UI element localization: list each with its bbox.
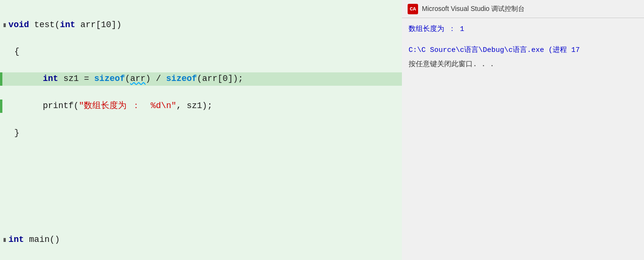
console-output-close: 按任意键关闭此窗口. . . [409, 59, 637, 70]
fold-icon-main[interactable]: ∎ [3, 236, 7, 245]
builtin-sizeof2: sizeof [166, 72, 197, 86]
green-bar [0, 72, 2, 86]
plain-space [29, 19, 34, 32]
code-block-void-test: ∎void test(int arr[10]) { int sz1 = size… [0, 5, 402, 153]
plain-close-brace1: } [14, 127, 20, 140]
console-titlebar: CA Microsoft Visual Studio 调试控制台 [402, 0, 644, 18]
fn-test: test [34, 19, 55, 32]
code-block-int-main: ∎int main() { int arr[10] = { 1,2,3,4,5,… [0, 220, 402, 260]
plain-main [24, 233, 29, 247]
builtin-sizeof1: sizeof [94, 72, 125, 86]
plain-sz1: sz1 = [58, 72, 94, 86]
console-output-text3: 按任意键关闭此窗口. . . [409, 60, 494, 69]
fold-icon-test[interactable]: ∎ [3, 21, 7, 30]
squiggle-arr: arr [130, 72, 146, 86]
vs-icon: CA [408, 4, 418, 14]
console-output-array-length: 数组长度为 ： 1 [409, 24, 637, 35]
code-line-main: ∎int main() [0, 233, 402, 247]
plain-paren3: ) / [146, 72, 166, 86]
vs-icon-text: CA [410, 6, 416, 12]
console-output-spacer [409, 38, 637, 42]
console-body: 数组长度为 ： 1 C:\C Source\c语言\Debug\c语言.exe … [402, 18, 644, 260]
console-output-text1: 数组长度为 ： 1 [409, 25, 464, 33]
plain-paren2: ( [125, 72, 130, 86]
fn-printf: printf [43, 100, 74, 113]
console-output-path: C:\C Source\c语言\Debug\c语言.exe (进程 17 [409, 45, 637, 56]
console-title: Microsoft Visual Studio 调试控制台 [422, 5, 525, 13]
kw-void: void [9, 19, 29, 32]
console-output-text2: C:\C Source\c语言\Debug\c语言.exe (进程 17 [409, 46, 580, 54]
plain-open-brace: { [14, 45, 20, 59]
code-line-close-brace1: } [0, 127, 402, 140]
kw-int: int [60, 19, 75, 32]
plain-paren4: (arr[0]); [197, 72, 243, 86]
kw-int-sz: int [43, 72, 58, 86]
kw-int-main: int [9, 233, 24, 247]
fn-main: main [29, 233, 49, 247]
console-panel: CA Microsoft Visual Studio 调试控制台 数组长度为 ：… [402, 0, 644, 260]
code-line-void: ∎void test(int arr[10]) [0, 19, 402, 32]
str-fmt: "数组长度为 ： %d\n" [79, 100, 176, 113]
code-block-spacer [0, 183, 402, 192]
code-editor-panel: ∎void test(int arr[10]) { int sz1 = size… [0, 0, 402, 260]
code-line-highlighted: int sz1 = sizeof ( arr ) / sizeof (arr[0… [0, 72, 402, 86]
plain-arr: arr[10]) [75, 19, 121, 32]
plain-main-parens: () [49, 233, 60, 247]
code-line-brace1: { [0, 45, 402, 59]
code-line-printf: printf ( "数组长度为 ： %d\n" , sz1); [0, 100, 402, 113]
plain-comma: , sz1); [176, 100, 213, 113]
plain-paren1: ( [55, 19, 60, 32]
green-bar2 [0, 100, 2, 113]
plain-lparen: ( [74, 100, 79, 113]
